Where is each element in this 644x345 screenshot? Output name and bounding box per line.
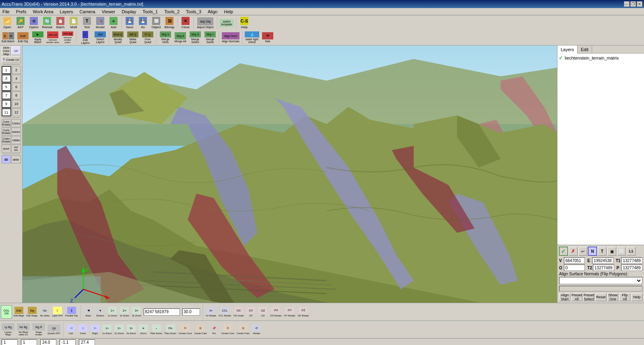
layer-num-9[interactable]: 9 [2, 100, 11, 108]
model-button[interactable]: 🗿 Model [94, 16, 107, 30]
text-button[interactable]: T Text [80, 16, 93, 30]
menu-layers[interactable]: Layers [58, 9, 75, 14]
3d-button[interactable]: 3D [2, 155, 11, 163]
oz-button[interactable]: OZ OZ [257, 304, 268, 320]
reset-button[interactable]: Reset [595, 293, 607, 301]
layer-num-7[interactable]: 7 [2, 91, 11, 99]
rotate-button[interactable]: ↺ Rotate [251, 322, 262, 338]
layer-num-3[interactable]: 3 [2, 74, 11, 83]
ox-mode-button[interactable]: OX OX mode [233, 304, 244, 320]
zoom2-button[interactable]: 2× 2x Zoom [119, 304, 130, 320]
switch-button[interactable]: switch template [219, 16, 235, 30]
layers-bkgd-button[interactable]: Ly Bg Layers Bkgd [1, 322, 15, 338]
save-button[interactable]: 💾 Save [123, 16, 136, 30]
multi-button[interactable]: 📄 Multi [67, 16, 80, 30]
adjust-object-button[interactable]: Adj Obj Adjust Object [195, 16, 215, 30]
free-quad-button[interactable]: Fr Q Free Quad [140, 31, 155, 44]
undo-button[interactable]: ↩ [578, 247, 587, 256]
align-normals-button[interactable]: Align Nrml Align Normals [221, 31, 241, 44]
preset-all-button[interactable]: Preset All [571, 293, 582, 301]
no-bkgd-button[interactable]: No Bg No Bkgd sides orr [16, 322, 31, 338]
menu-tools1[interactable]: Tools_1 [141, 9, 159, 14]
ogl-on-button[interactable]: OGL ON [1, 305, 12, 319]
solid-button[interactable]: ⬜ [617, 247, 626, 256]
save-as-button[interactable]: 💾 As [136, 16, 149, 30]
close-file-button[interactable]: ✕ Close [179, 16, 192, 30]
ox-rotate-button[interactable]: ↺X OX Rotate [269, 304, 282, 320]
waves-button[interactable]: waves [11, 128, 21, 136]
no-sides-button[interactable]: No No sides [39, 304, 50, 320]
plan-zoom-button[interactable]: Pln Plan Zoom [164, 322, 177, 338]
parallel-top-button[interactable]: ‖ Parallel Top [64, 304, 78, 320]
batch-button[interactable]: 📋 Batch [54, 16, 67, 30]
layer-num-1[interactable]: 1 [2, 66, 11, 74]
edit-layers-button[interactable]: L Edit Layers [78, 31, 93, 44]
layer-num-11[interactable]: 11 [2, 108, 11, 116]
zoom3b-button[interactable]: 3× 3x Zoom [126, 322, 137, 338]
layer-num-5[interactable]: 5 [2, 83, 11, 91]
viewport-3d[interactable]: Y Z [23, 45, 557, 303]
center-fast2-button[interactable]: ◎ Center Fast [236, 322, 250, 338]
menu-viewer[interactable]: Viewer [100, 9, 117, 14]
merge-select-button[interactable]: Mrg S Merge Select [188, 31, 202, 44]
bottom-button[interactable]: ▼ Bottom [95, 304, 106, 320]
layer-num-12[interactable]: 12 [12, 108, 21, 116]
colors-button[interactable]: Colors [11, 119, 21, 127]
remove-polys-button[interactable]: rmv pg remove similar polys [60, 31, 75, 44]
cs-help-button[interactable]: C-S Help [238, 16, 251, 30]
option-button[interactable]: ⚙ Option [27, 16, 40, 30]
stage-render-button[interactable]: Stg R Stage render [31, 322, 46, 338]
zoom1b-button[interactable]: 1× 1x Zoom [101, 322, 113, 338]
tab-layers[interactable]: Layers [557, 45, 578, 54]
value-input[interactable] [182, 308, 200, 316]
menu-tools2[interactable]: Tools_2 [163, 9, 181, 14]
texture-button[interactable]: T [598, 247, 607, 256]
save-object-button[interactable]: ⬜ Object [150, 16, 163, 30]
frame-button[interactable]: ▣ [607, 247, 616, 256]
layer-checkbox[interactable]: ✓ [559, 55, 563, 61]
menu-prefs[interactable]: Prefs [14, 9, 28, 14]
center-cont2-button[interactable]: ⊙ Center Cont [221, 322, 235, 338]
confirm-button[interactable]: ✓ [559, 247, 568, 256]
merge-all-button[interactable]: Mrg A Merge All [173, 31, 188, 44]
water-light-button[interactable]: 💧 water light check [244, 31, 260, 44]
color-rotate-button[interactable]: Color Rotate [2, 119, 11, 127]
layer-num-4[interactable]: 4 [12, 74, 21, 83]
curts-rotate-button[interactable]: Curts Rotate [2, 128, 11, 136]
menu-display[interactable]: Display [120, 9, 138, 14]
menu-workarea[interactable]: Work Area [31, 9, 55, 14]
edit-bkgd-button[interactable]: Edit Edit Bkgd [13, 304, 25, 320]
merge-same-button[interactable]: Mrg = Merge Same [203, 31, 217, 44]
flip-all-button[interactable]: Flip All [619, 293, 630, 301]
oy-rotate-button[interactable]: ↺Y OY Rotate [283, 304, 296, 320]
utilities-button[interactable]: Utilitie [11, 136, 21, 144]
remove-verts-button[interactable]: rmv vrt remove similar verts [45, 31, 60, 44]
menu-align[interactable]: Align [206, 9, 219, 14]
preset-select-button[interactable]: Preset Select [583, 293, 594, 301]
layer-num-2[interactable]: 2 [12, 66, 21, 74]
back-button[interactable]: ◀ Back [83, 304, 94, 320]
light-off-button[interactable]: 💡 Light OFF [51, 304, 64, 320]
oy-button[interactable]: OY OY [245, 304, 256, 320]
make-quad-button[interactable]: Mk Q Make Quad [126, 31, 140, 44]
minimize-button[interactable]: — [624, 1, 630, 7]
tab-edit[interactable]: Edit [578, 45, 592, 53]
align-dropdown[interactable] [559, 277, 642, 284]
restore-button[interactable]: ❐ [630, 1, 636, 7]
menu-tools3[interactable]: Tools_3 [184, 9, 203, 14]
out-rev-button[interactable]: out rev [11, 145, 21, 153]
ccl-rotate-button[interactable]: CCL CCL Rotate [218, 304, 232, 320]
zoom-in-button[interactable]: + Zoom [138, 322, 149, 338]
modify-quad-button[interactable]: Mod Q Modify Quad [111, 31, 125, 44]
coles-rotate-button[interactable]: Coles Rotate [2, 136, 11, 144]
open-button[interactable]: 📂 Open [1, 16, 14, 30]
zoom1-button[interactable]: 1× 1x Zoom [107, 304, 118, 320]
layer-num-10[interactable]: 10 [12, 100, 21, 108]
layer-num-6[interactable]: 6 [12, 83, 21, 91]
dem-button[interactable]: DEM Color Map [2, 46, 11, 55]
oz-rotate-button[interactable]: ↺Z OZ Rotate [297, 304, 310, 320]
edit-batch-button[interactable]: E B Edit Batch [1, 31, 15, 44]
normal-button[interactable]: N [588, 247, 597, 256]
uv-button[interactable]: UV [11, 46, 21, 55]
bitmap-button[interactable]: 🖼 Bitmap [163, 16, 176, 30]
